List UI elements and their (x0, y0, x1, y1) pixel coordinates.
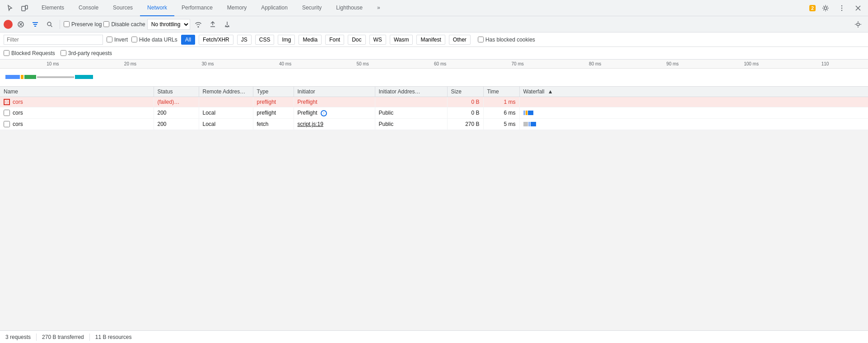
col-header-time[interactable]: Time (483, 87, 519, 97)
svg-point-6 (47, 22, 51, 26)
timeline-bar-green (24, 75, 36, 79)
close-icon[interactable] (852, 2, 864, 14)
row3-checkbox[interactable] (4, 121, 10, 127)
device-toggle-icon[interactable] (18, 2, 31, 14)
record-button[interactable] (4, 20, 13, 29)
tab-elements[interactable]: Elements (34, 0, 71, 16)
row3-remote: Local (199, 119, 253, 130)
settings-network-icon[interactable] (852, 18, 864, 31)
timeline-mark-30: 30 ms (201, 61, 214, 66)
filter-wasm-button[interactable]: Wasm (390, 35, 413, 45)
timeline-mark-100: 100 ms (744, 61, 759, 66)
throttle-select[interactable]: No throttling Fast 3G Slow 3G Offline (147, 19, 190, 30)
row2-type: preflight (253, 107, 294, 119)
third-party-checkbox[interactable]: 3rd-party requests (61, 50, 112, 56)
filter-ws-button[interactable]: WS (369, 35, 386, 45)
row2-name-cell: cors (0, 107, 154, 119)
filter-doc-button[interactable]: Doc (348, 35, 365, 45)
timeline-mark-60: 60 ms (434, 61, 446, 66)
clear-icon[interactable] (14, 18, 27, 31)
col-header-size[interactable]: Size (447, 87, 483, 97)
tab-performance[interactable]: Performance (174, 0, 220, 16)
tab-lighthouse[interactable]: Lighthouse (329, 0, 370, 16)
invert-checkbox[interactable]: Invert (107, 37, 128, 43)
filter-other-button[interactable]: Other (449, 35, 471, 45)
filter-input[interactable] (4, 35, 103, 45)
filter-js-button[interactable]: JS (237, 35, 252, 45)
col-header-initiator[interactable]: Initiator (294, 87, 375, 97)
wf-seg-recv (528, 111, 533, 115)
wifi-icon[interactable] (192, 18, 205, 31)
hide-data-urls-input[interactable] (131, 37, 137, 42)
row2-time: 6 ms (483, 107, 519, 119)
network-table: Name Status Remote Addres… Type Initiato… (0, 87, 868, 130)
cursor-icon[interactable] (4, 2, 16, 14)
tab-security[interactable]: Security (295, 0, 329, 16)
filter-fetch-xhr-button[interactable]: Fetch/XHR (199, 35, 233, 45)
col-header-remote[interactable]: Remote Addres… (199, 87, 253, 97)
download-icon[interactable] (221, 18, 233, 31)
table-row[interactable]: □ cors (failed)… preflight Preflight (0, 97, 868, 107)
blocked-requests-checkbox[interactable]: Blocked Requests (4, 50, 55, 56)
sort-arrow-icon: ▲ (548, 88, 553, 95)
row2-checkbox[interactable] (4, 110, 10, 116)
timeline-mark-110: 110 (821, 61, 829, 66)
row3-inaddr: Public (375, 119, 447, 130)
has-blocked-cookies-input[interactable] (478, 37, 484, 42)
tab-console[interactable]: Console (71, 0, 106, 16)
row3-waterfall (519, 119, 868, 130)
filter-icon[interactable] (29, 18, 42, 31)
row2-initiator: Preflight ↑ (294, 107, 375, 119)
row1-time: 1 ms (483, 97, 519, 107)
filter-media-button[interactable]: Media (299, 35, 322, 45)
timeline-bar-blue (5, 75, 20, 79)
settings-icon[interactable] (819, 2, 832, 14)
issues-badge[interactable]: 2 (809, 5, 816, 11)
search-icon[interactable] (43, 18, 56, 31)
timeline-bar-gray (37, 76, 74, 78)
wf-seg-dns (523, 111, 525, 115)
third-party-input[interactable] (61, 50, 66, 56)
disable-cache-checkbox[interactable]: Disable cache (103, 21, 145, 28)
tab-application[interactable]: Application (254, 0, 295, 16)
table-row[interactable]: cors 200 Local fetch script.js:19 Public (0, 119, 868, 130)
tab-network[interactable]: Network (140, 0, 174, 16)
svg-point-4 (841, 9, 842, 10)
filter-manifest-button[interactable]: Manifest (416, 35, 445, 45)
disable-cache-input[interactable] (103, 21, 109, 27)
timeline-mark-40: 40 ms (279, 61, 291, 66)
row3-status: 200 (154, 119, 199, 130)
filter-img-button[interactable]: Img (278, 35, 295, 45)
waterfall-timeline: 10 ms 20 ms 30 ms 40 ms 50 ms 60 ms 70 m… (0, 60, 868, 87)
col-header-initiator-addr[interactable]: Initiator Addres… (375, 87, 447, 97)
row2-status: 200 (154, 107, 199, 119)
tab-more[interactable]: » (370, 0, 387, 16)
invert-input[interactable] (107, 37, 112, 42)
preserve-log-checkbox[interactable]: Preserve log (64, 21, 102, 28)
row3-initiator[interactable]: script.js:19 (294, 119, 375, 130)
tab-sources[interactable]: Sources (106, 0, 140, 16)
has-blocked-cookies-checkbox[interactable]: Has blocked cookies (478, 37, 535, 43)
upload-icon[interactable] (206, 18, 219, 31)
blocked-requests-input[interactable] (4, 50, 9, 56)
timeline-bar-teal (75, 75, 93, 79)
filter-all-button[interactable]: All (181, 35, 195, 45)
svg-point-2 (841, 5, 842, 6)
tab-memory[interactable]: Memory (220, 0, 254, 16)
wf-seg-connect (526, 111, 527, 115)
preserve-log-input[interactable] (64, 21, 70, 27)
col-header-name[interactable]: Name (0, 87, 154, 97)
timeline-mark-50: 50 ms (356, 61, 369, 66)
filter-css-button[interactable]: CSS (255, 35, 275, 45)
col-header-waterfall[interactable]: Waterfall ▲ (519, 87, 868, 97)
row2-waterfall (519, 107, 868, 119)
filter-font-button[interactable]: Font (325, 35, 344, 45)
row1-type: preflight (253, 97, 294, 107)
network-table-container[interactable]: Name Status Remote Addres… Type Initiato… (0, 87, 868, 330)
hide-data-urls-checkbox[interactable]: Hide data URLs (131, 37, 177, 43)
row1-status: (failed)… (154, 97, 199, 107)
col-header-status[interactable]: Status (154, 87, 199, 97)
col-header-type[interactable]: Type (253, 87, 294, 97)
table-row[interactable]: cors 200 Local preflight Preflight ↑ Pu (0, 107, 868, 119)
more-options-icon[interactable] (835, 2, 848, 14)
